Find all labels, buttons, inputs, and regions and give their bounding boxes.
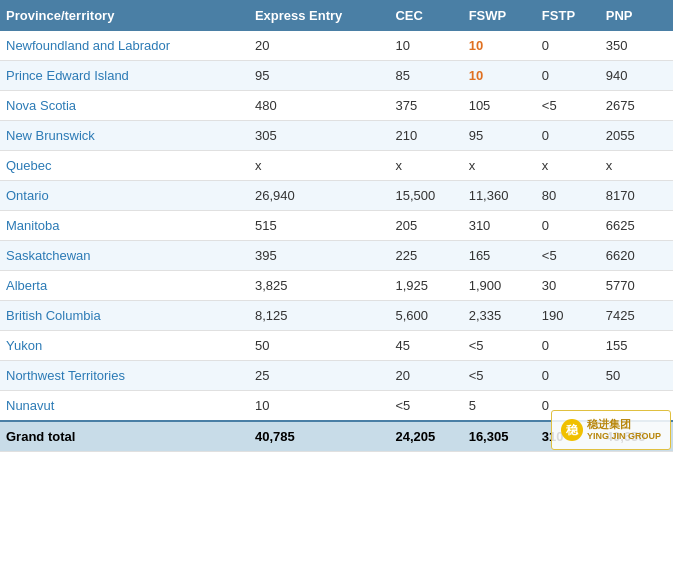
cell-pnp: 8170: [600, 181, 673, 211]
table-row: Quebecxxxxx: [0, 151, 673, 181]
footer-fswp: 16,305: [463, 421, 536, 452]
cell-fswp: 310: [463, 211, 536, 241]
cell-fswp: 10: [463, 31, 536, 61]
table-row: Newfoundland and Labrador2010100350: [0, 31, 673, 61]
header-fstp: FSTP: [536, 0, 600, 31]
cell-province: British Columbia: [0, 301, 249, 331]
cell-cec: 205: [389, 211, 462, 241]
cell-province: Alberta: [0, 271, 249, 301]
province-data-table: Province/territory Express Entry CEC FSW…: [0, 0, 673, 452]
table-row: Northwest Territories2520<5050: [0, 361, 673, 391]
cell-pnp: 2055: [600, 121, 673, 151]
cell-fstp: 0: [536, 31, 600, 61]
cell-fstp: 0: [536, 331, 600, 361]
cell-fswp: 1,900: [463, 271, 536, 301]
cell-express-entry: 395: [249, 241, 390, 271]
watermark: 稳 稳进集团 YING JIN GROUP: [551, 410, 671, 450]
cell-fswp: 105: [463, 91, 536, 121]
cell-cec: 1,925: [389, 271, 462, 301]
header-pnp: PNP: [600, 0, 673, 31]
cell-pnp: 50: [600, 361, 673, 391]
cell-fstp: 30: [536, 271, 600, 301]
cell-express-entry: 95: [249, 61, 390, 91]
table-wrapper: Province/territory Express Entry CEC FSW…: [0, 0, 673, 452]
table-row: Prince Edward Island9585100940: [0, 61, 673, 91]
cell-pnp: 940: [600, 61, 673, 91]
table-row: New Brunswick3052109502055: [0, 121, 673, 151]
cell-fswp: 11,360: [463, 181, 536, 211]
cell-fswp: x: [463, 151, 536, 181]
table-row: Manitoba51520531006625: [0, 211, 673, 241]
cell-cec: 225: [389, 241, 462, 271]
cell-fstp: 190: [536, 301, 600, 331]
cell-express-entry: 26,940: [249, 181, 390, 211]
cell-province: Nunavut: [0, 391, 249, 422]
cell-fstp: 0: [536, 211, 600, 241]
table-row: Ontario26,94015,50011,360808170: [0, 181, 673, 211]
header-province: Province/territory: [0, 0, 249, 31]
cell-pnp: 2675: [600, 91, 673, 121]
cell-express-entry: 3,825: [249, 271, 390, 301]
cell-express-entry: 25: [249, 361, 390, 391]
cell-cec: 85: [389, 61, 462, 91]
header-express-entry: Express Entry: [249, 0, 390, 31]
cell-province: Northwest Territories: [0, 361, 249, 391]
cell-cec: 45: [389, 331, 462, 361]
cell-pnp: x: [600, 151, 673, 181]
cell-express-entry: 305: [249, 121, 390, 151]
cell-fstp: 0: [536, 361, 600, 391]
table-row: Saskatchewan395225165<56620: [0, 241, 673, 271]
cell-province: Ontario: [0, 181, 249, 211]
cell-fswp: 95: [463, 121, 536, 151]
footer-express-entry: 40,785: [249, 421, 390, 452]
cell-province: Saskatchewan: [0, 241, 249, 271]
cell-pnp: 7425: [600, 301, 673, 331]
cell-province: Manitoba: [0, 211, 249, 241]
table-row: British Columbia8,1255,6002,3351907425: [0, 301, 673, 331]
cell-fswp: 5: [463, 391, 536, 422]
table-row: Alberta3,8251,9251,900305770: [0, 271, 673, 301]
cell-fstp: <5: [536, 91, 600, 121]
cell-express-entry: x: [249, 151, 390, 181]
cell-province: Prince Edward Island: [0, 61, 249, 91]
cell-fstp: 0: [536, 61, 600, 91]
cell-fstp: 0: [536, 121, 600, 151]
cell-fswp: 165: [463, 241, 536, 271]
cell-cec: <5: [389, 391, 462, 422]
footer-cec: 24,205: [389, 421, 462, 452]
cell-cec: 10: [389, 31, 462, 61]
cell-express-entry: 50: [249, 331, 390, 361]
footer-label: Grand total: [0, 421, 249, 452]
cell-province: Nova Scotia: [0, 91, 249, 121]
watermark-english: YING JIN GROUP: [587, 431, 661, 442]
cell-fswp: 2,335: [463, 301, 536, 331]
watermark-icon: 稳: [561, 419, 583, 441]
cell-cec: 210: [389, 121, 462, 151]
cell-cec: 5,600: [389, 301, 462, 331]
cell-cec: 15,500: [389, 181, 462, 211]
header-cec: CEC: [389, 0, 462, 31]
watermark-chinese: 稳进集团: [587, 418, 661, 431]
cell-cec: 20: [389, 361, 462, 391]
cell-fswp: <5: [463, 361, 536, 391]
cell-express-entry: 10: [249, 391, 390, 422]
cell-cec: 375: [389, 91, 462, 121]
cell-province: Yukon: [0, 331, 249, 361]
cell-pnp: 6620: [600, 241, 673, 271]
cell-fswp: <5: [463, 331, 536, 361]
cell-pnp: 155: [600, 331, 673, 361]
cell-province: Newfoundland and Labrador: [0, 31, 249, 61]
cell-province: New Brunswick: [0, 121, 249, 151]
cell-fstp: 80: [536, 181, 600, 211]
cell-fswp: 10: [463, 61, 536, 91]
cell-fstp: x: [536, 151, 600, 181]
cell-pnp: 5770: [600, 271, 673, 301]
cell-express-entry: 515: [249, 211, 390, 241]
cell-express-entry: 8,125: [249, 301, 390, 331]
cell-express-entry: 20: [249, 31, 390, 61]
table-row: Nova Scotia480375105<52675: [0, 91, 673, 121]
cell-pnp: 350: [600, 31, 673, 61]
cell-province: Quebec: [0, 151, 249, 181]
header-fswp: FSWP: [463, 0, 536, 31]
cell-fstp: <5: [536, 241, 600, 271]
